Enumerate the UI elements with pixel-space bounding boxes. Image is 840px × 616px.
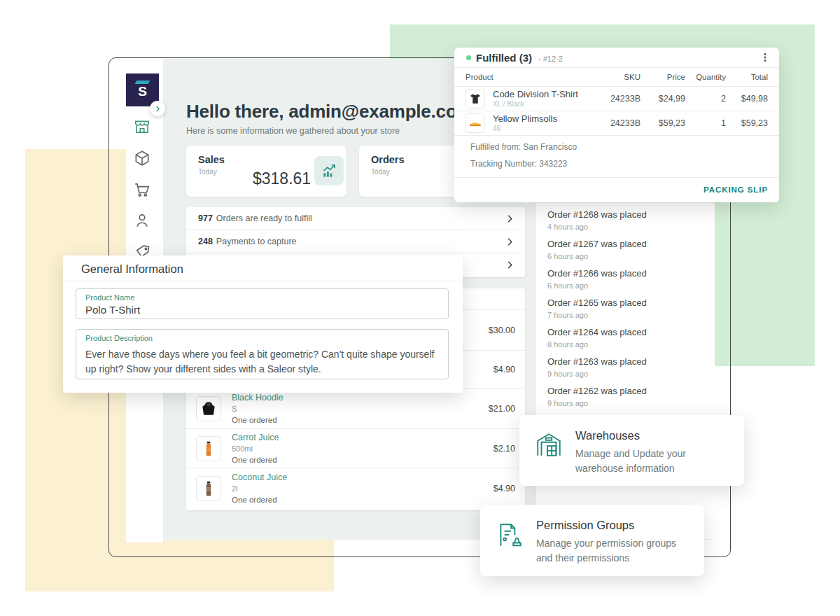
product-price: $4.90 bbox=[493, 365, 515, 374]
activity-time: 4 hours ago bbox=[547, 223, 647, 231]
item-name: Yellow Plimsolls bbox=[493, 113, 557, 124]
product-price: $30.00 bbox=[489, 326, 515, 335]
fulfilled-item-row[interactable]: Yellow Plimsolls 46 24233B $59,23 1 $59,… bbox=[454, 111, 779, 136]
product-description-field-label: Product Description bbox=[85, 334, 153, 342]
orders-period: Today bbox=[371, 168, 390, 176]
cart-icon bbox=[133, 181, 151, 199]
notification-label: Payments to capture bbox=[216, 237, 297, 246]
product-price: $21.00 bbox=[489, 404, 515, 414]
orders-label: Orders bbox=[371, 154, 405, 165]
fulfilled-status-label: Fulfilled (3) bbox=[476, 52, 532, 64]
product-description-field-value[interactable]: Ever have those days where you feel a bi… bbox=[85, 347, 439, 377]
juice-bottle-image bbox=[200, 479, 218, 498]
activity-title: Order #1267 was placed bbox=[547, 239, 647, 249]
chevron-right-icon bbox=[505, 237, 515, 247]
product-name-link[interactable]: Carrot Juice bbox=[232, 432, 279, 444]
activity-entry: Order #1263 was placed 9 hours ago bbox=[547, 356, 647, 378]
item-total: $59,23 bbox=[726, 118, 768, 128]
activity-time: 6 hours ago bbox=[547, 252, 647, 260]
general-information-card: General Information Product Name Polo T-… bbox=[63, 255, 463, 393]
product-row-coconut-juice[interactable]: Coconut Juice 2l One ordered $4.90 bbox=[186, 468, 525, 508]
activity-entry: Order #1267 was placed 6 hours ago bbox=[547, 239, 647, 260]
fulfilled-footer: PACKING SLIP bbox=[454, 178, 779, 201]
product-name-field-value[interactable]: Polo T-Shirt bbox=[85, 304, 140, 316]
activity-time: 8 hours ago bbox=[547, 340, 647, 349]
sidebar-item-orders[interactable] bbox=[133, 181, 151, 199]
kebab-menu-icon[interactable] bbox=[760, 52, 771, 63]
chevron-right-icon bbox=[154, 105, 162, 113]
chevron-right-icon bbox=[505, 260, 515, 270]
activity-entry: Order #1264 was placed 8 hours ago bbox=[547, 327, 647, 349]
product-description-field[interactable]: Product Description Ever have those days… bbox=[76, 329, 449, 379]
product-row-carrot-juice[interactable]: Carrot Juice 500ml One ordered $2.10 bbox=[186, 428, 525, 468]
page-subtitle: Here is some information we gathered abo… bbox=[186, 126, 400, 136]
warehouses-title: Warehouses bbox=[575, 429, 640, 442]
packing-slip-button[interactable]: PACKING SLIP bbox=[704, 186, 768, 194]
notification-count: 977 bbox=[198, 214, 213, 223]
activity-title: Order #1262 was placed bbox=[547, 386, 647, 396]
product-price: $4.90 bbox=[493, 484, 515, 493]
fulfillment-meta: Fulfilled from: San Francisco Tracking N… bbox=[454, 136, 779, 178]
activity-title: Order #1268 was placed bbox=[547, 209, 647, 220]
package-icon bbox=[133, 149, 151, 167]
warehouse-icon bbox=[534, 430, 564, 460]
permission-groups-description: Manage your permission groups and their … bbox=[536, 536, 694, 566]
page-title: Hello there, admin@example.com bbox=[186, 101, 472, 122]
sidebar-item-home[interactable] bbox=[133, 118, 151, 136]
activity-entry: Order #1265 was placed 7 hours ago bbox=[547, 298, 647, 319]
product-name-field-label: Product Name bbox=[85, 293, 134, 302]
tracking-number: Tracking Number: 343223 bbox=[470, 159, 567, 169]
permission-groups-title: Permission Groups bbox=[536, 519, 634, 532]
item-sku: 24233B bbox=[586, 94, 640, 104]
activity-title: Order #1266 was placed bbox=[547, 268, 647, 279]
permission-groups-card[interactable]: Permission Groups Manage your permission… bbox=[480, 505, 704, 576]
column-sku: SKU bbox=[586, 73, 640, 81]
sales-icon-tile bbox=[314, 156, 344, 186]
item-name: Code Division T-Shirt bbox=[493, 89, 578, 99]
sales-period: Today bbox=[198, 168, 217, 176]
product-name-field[interactable]: Product Name Polo T-Shirt bbox=[76, 288, 449, 319]
chevron-right-icon bbox=[505, 214, 515, 224]
activity-title: Order #1265 was placed bbox=[547, 298, 647, 308]
chart-growth-icon bbox=[320, 162, 338, 180]
column-total: Total bbox=[726, 73, 768, 81]
column-quantity: Quantity bbox=[685, 73, 726, 81]
product-variant: 500ml bbox=[232, 444, 279, 454]
saleor-dashboard-composite: S Hello there, admin@example.com Here is… bbox=[0, 0, 840, 616]
sales-label: Sales bbox=[198, 154, 225, 165]
activity-time: 7 hours ago bbox=[547, 311, 647, 319]
person-icon bbox=[133, 211, 151, 230]
item-quantity: 2 bbox=[685, 94, 726, 104]
sales-value: $318.61 bbox=[253, 169, 311, 188]
product-name-link[interactable]: Coconut Juice bbox=[232, 472, 287, 484]
activity-time: 9 hours ago bbox=[547, 370, 647, 378]
sidebar-expand-button[interactable] bbox=[150, 101, 165, 116]
juice-bottle-image bbox=[200, 440, 218, 458]
product-name-link[interactable]: Black Hoodie bbox=[232, 392, 284, 404]
fulfilled-order-card: Fulfilled (3) - #12-2 Product SKU Price … bbox=[454, 48, 779, 202]
warehouses-description: Manage and Update your warehouse informa… bbox=[575, 447, 733, 476]
activity-entry: Order #1266 was placed 6 hours ago bbox=[547, 268, 647, 290]
item-thumbnail bbox=[465, 89, 485, 108]
notification-row-payments-to-capture[interactable]: 248 Payments to capture bbox=[186, 230, 525, 253]
general-information-title: General Information bbox=[81, 262, 183, 276]
sidebar-item-customers[interactable] bbox=[133, 211, 151, 230]
notification-row-orders-to-fulfill[interactable]: 977 Orders are ready to fulfill bbox=[186, 207, 525, 230]
warehouses-card[interactable]: Warehouses Manage and Update your wareho… bbox=[519, 415, 744, 486]
fulfilled-item-row[interactable]: Code Division T-Shirt XL / Black 24233B … bbox=[454, 87, 779, 111]
sales-stat-card[interactable]: Sales Today $318.61 bbox=[186, 146, 346, 197]
sidebar-item-catalog[interactable] bbox=[133, 149, 151, 167]
product-row-black-hoodie[interactable]: Black Hoodie S One ordered $21.00 bbox=[186, 388, 525, 428]
activity-feed-card: Order #1268 was placed 4 hours ago Order… bbox=[536, 203, 715, 539]
fulfilled-header: Fulfilled (3) - #12-2 bbox=[454, 48, 779, 68]
divider bbox=[63, 281, 463, 281]
storefront-icon bbox=[133, 118, 151, 136]
item-price: $24,99 bbox=[640, 94, 685, 104]
product-thumbnail bbox=[196, 476, 221, 501]
notification-label: Orders are ready to fulfill bbox=[216, 214, 312, 223]
item-variant: XL / Black bbox=[493, 99, 578, 108]
activity-title: Order #1264 was placed bbox=[547, 327, 647, 337]
product-price: $2.10 bbox=[493, 444, 515, 454]
fulfilled-table-header: Product SKU Price Quantity Total bbox=[454, 68, 779, 87]
item-thumbnail bbox=[465, 113, 485, 133]
